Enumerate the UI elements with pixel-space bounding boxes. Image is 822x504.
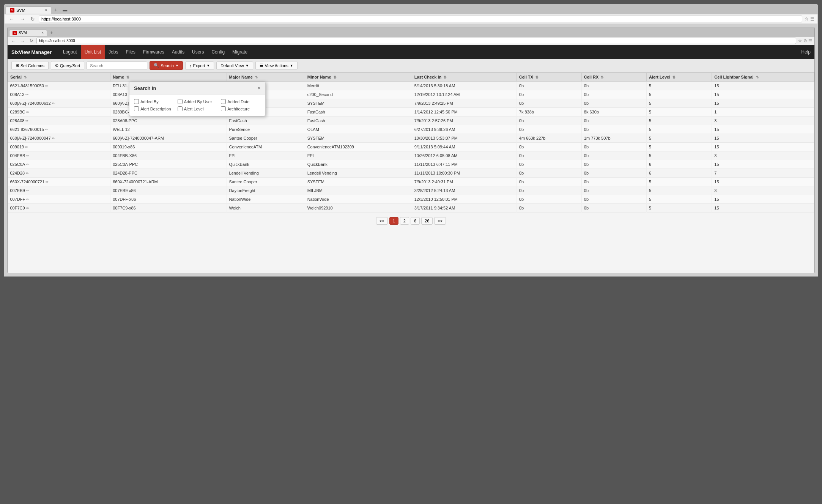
sort-last-check-in-icon[interactable]: ⇅ xyxy=(444,76,447,79)
nav-item-firmwares[interactable]: Firmwares xyxy=(139,45,168,59)
sort-cell-rx-icon[interactable]: ⇅ xyxy=(601,76,604,79)
export-button[interactable]: ↑ Export ▼ xyxy=(185,61,214,70)
edit-serial-icon[interactable]: ✏ xyxy=(25,119,28,123)
edit-serial-icon[interactable]: ✏ xyxy=(52,136,55,140)
pagination-page-26[interactable]: 26 xyxy=(421,217,433,225)
checkbox-added-date-input[interactable] xyxy=(221,99,226,104)
edit-serial-icon[interactable]: ✏ xyxy=(26,154,29,158)
edit-serial-icon[interactable]: ✏ xyxy=(26,110,29,114)
outer-tab-close-icon[interactable]: × xyxy=(45,8,47,12)
inner-url-input[interactable] xyxy=(36,38,796,44)
url-input[interactable] xyxy=(39,16,802,22)
edit-serial-icon[interactable]: ✏ xyxy=(26,197,29,202)
checkbox-alert-level-input[interactable] xyxy=(178,106,183,111)
menu-icon[interactable]: ☰ xyxy=(810,16,814,22)
sort-minor-name-icon[interactable]: ⇅ xyxy=(334,76,337,79)
sort-lightbar-signal-icon[interactable]: ⇅ xyxy=(756,76,759,79)
cell-minor-name: NationWide xyxy=(305,195,412,204)
checkbox-alert-level[interactable]: Alert Level xyxy=(178,106,217,111)
cell-major-name: DaytonFreight xyxy=(227,186,305,195)
star-icon[interactable]: ☆ xyxy=(805,16,809,22)
pagination-page-6[interactable]: 6 xyxy=(411,217,420,225)
edit-serial-icon[interactable]: ✏ xyxy=(26,171,29,175)
inner-tab-close-icon[interactable]: × xyxy=(41,31,44,35)
forward-button[interactable]: → xyxy=(18,15,27,23)
nav-item-config[interactable]: Config xyxy=(208,45,228,59)
inner-menu-icon[interactable]: ☰ xyxy=(808,38,812,43)
outer-browser-tab[interactable]: S SVM × xyxy=(6,6,51,14)
nav-item-audits[interactable]: Audits xyxy=(168,45,188,59)
nav-item-files[interactable]: Files xyxy=(122,45,139,59)
nav-item-logout[interactable]: Logout xyxy=(59,45,81,59)
edit-serial-icon[interactable]: ✏ xyxy=(26,206,29,210)
edit-serial-icon[interactable]: ✏ xyxy=(45,84,48,88)
cell-name: 660X-7240000721-ARM xyxy=(110,178,227,186)
cell-minor-name: Welch092910 xyxy=(305,204,412,213)
minimize-icon[interactable]: ▬ xyxy=(60,6,69,13)
sort-name-icon[interactable]: ⇅ xyxy=(126,76,129,79)
inner-new-tab-button[interactable]: + xyxy=(47,28,56,37)
edit-serial-icon[interactable]: ✏ xyxy=(52,101,55,106)
edit-serial-icon[interactable]: ✏ xyxy=(26,162,29,167)
sort-alert-level-icon[interactable]: ⇅ xyxy=(672,76,676,79)
nav-help[interactable]: Help xyxy=(801,49,811,55)
pagination-first[interactable]: << xyxy=(376,217,388,225)
pagination-page-1[interactable]: 1 xyxy=(389,217,398,225)
checkbox-added-by-input[interactable] xyxy=(134,99,139,104)
sort-serial-icon[interactable]: ⇅ xyxy=(24,76,27,79)
cell-last-check-in: 10/26/2012 6:05:08 AM xyxy=(412,151,517,160)
inner-refresh-button[interactable]: ↻ xyxy=(28,38,35,44)
inner-browser-tab[interactable]: S SVM × xyxy=(9,30,47,36)
nav-item-migrate[interactable]: Migrate xyxy=(228,45,251,59)
checkbox-alert-description-input[interactable] xyxy=(134,106,139,111)
cell-rx: 1m 773k 507b xyxy=(581,134,646,143)
edit-serial-icon[interactable]: ✏ xyxy=(46,180,49,184)
edit-serial-icon[interactable]: ✏ xyxy=(45,128,48,132)
outer-address-bar: ← → ↻ ☆ ☰ xyxy=(4,14,818,24)
checkbox-added-by[interactable]: Added By xyxy=(134,99,174,104)
view-actions-button[interactable]: ☰ View Actions ▼ xyxy=(255,61,298,70)
search-input[interactable] xyxy=(87,61,147,70)
edit-serial-icon[interactable]: ✏ xyxy=(25,93,28,97)
cell-major-name: Santee Cooper xyxy=(227,134,305,143)
cell-tx: 0b xyxy=(517,160,581,169)
nav-item-jobs[interactable]: Jobs xyxy=(105,45,122,59)
edit-serial-icon[interactable]: ✏ xyxy=(25,145,28,149)
pagination-next[interactable]: >> xyxy=(434,217,446,225)
cell-name: WELL 12 xyxy=(110,125,227,134)
default-view-button[interactable]: Default View ▼ xyxy=(216,61,253,70)
checkbox-added-by-user-input[interactable] xyxy=(178,99,183,104)
inner-bookmark-icon[interactable]: ⊕ xyxy=(803,38,807,43)
inner-star-icon[interactable]: ☆ xyxy=(798,38,802,43)
back-button[interactable]: ← xyxy=(8,15,16,23)
inner-back-button[interactable]: ← xyxy=(10,38,17,44)
cell-minor-name: MILJBM xyxy=(305,186,412,195)
query-sort-button[interactable]: ⊙ Query/Sort xyxy=(51,61,84,70)
inner-browser-window: S SVM × + ← → ↻ ☆ ⊕ ☰ SixView Manager Lo… xyxy=(7,27,815,273)
checkbox-added-by-user[interactable]: Added By User xyxy=(178,99,217,104)
cell-major-name: PureSence xyxy=(227,125,305,134)
cell-tx: 0b xyxy=(517,151,581,160)
refresh-button[interactable]: ↻ xyxy=(29,15,36,23)
modal-close-button[interactable]: × xyxy=(258,85,261,91)
cell-last-check-in: 3/28/2012 5:24:13 AM xyxy=(412,186,517,195)
cell-last-check-in: 6/27/2013 9:39:26 AM xyxy=(412,125,517,134)
edit-serial-icon[interactable]: ✏ xyxy=(26,189,29,193)
inner-forward-button[interactable]: → xyxy=(19,38,26,44)
sort-cell-tx-icon[interactable]: ⇅ xyxy=(535,76,539,79)
cell-last-check-in: 11/11/2013 6:47:11 PM xyxy=(412,160,517,169)
nav-item-unit-list[interactable]: Unit List xyxy=(81,45,105,59)
set-columns-button[interactable]: ⊞ Set Columns xyxy=(11,61,49,70)
search-button[interactable]: 🔍 Search ▼ xyxy=(150,61,183,70)
nav-item-users[interactable]: Users xyxy=(188,45,208,59)
sort-major-name-icon[interactable]: ⇅ xyxy=(255,76,258,79)
col-major-name: Major Name ⇅ xyxy=(227,73,305,82)
checkbox-architecture-input[interactable] xyxy=(221,106,226,111)
checkbox-added-date[interactable]: Added Date xyxy=(221,99,261,104)
checkbox-alert-description[interactable]: Alert Description xyxy=(134,106,174,111)
cell-rx: 0b xyxy=(581,125,646,134)
new-tab-button[interactable]: + xyxy=(51,6,60,14)
pagination-page-2[interactable]: 2 xyxy=(400,217,409,225)
checkbox-architecture[interactable]: Architecture xyxy=(221,106,261,111)
cell-tx: 7k 838b xyxy=(517,108,581,117)
